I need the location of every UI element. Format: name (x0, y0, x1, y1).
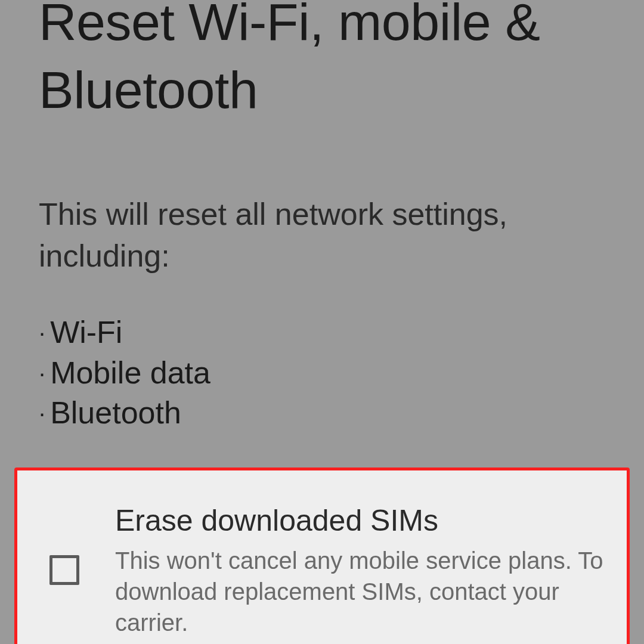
page-title: Reset Wi-Fi, mobile & Bluetooth (0, 0, 644, 125)
bullet-list: · Wi-Fi · Mobile data · Bluetooth (0, 312, 644, 434)
option-subtitle: This won't cancel any mobile service pla… (115, 545, 609, 638)
bullet-label: Mobile data (50, 353, 210, 394)
bullet-item-bluetooth: · Bluetooth (39, 393, 605, 434)
bullet-label: Bluetooth (50, 393, 181, 434)
option-title: Erase downloaded SIMs (115, 501, 609, 540)
bullet-item-wifi: · Wi-Fi (39, 312, 605, 353)
bullet-dot-icon: · (39, 321, 45, 345)
bullet-dot-icon: · (39, 361, 45, 385)
erase-sims-checkbox[interactable] (49, 555, 79, 585)
bullet-item-mobile-data: · Mobile data (39, 353, 605, 394)
description-text: This will reset all network settings, in… (0, 193, 644, 277)
erase-sims-option[interactable]: Erase downloaded SIMs This won't cancel … (14, 467, 630, 644)
bullet-dot-icon: · (39, 401, 45, 425)
bullet-label: Wi-Fi (50, 312, 122, 353)
option-text-container: Erase downloaded SIMs This won't cancel … (115, 501, 609, 638)
